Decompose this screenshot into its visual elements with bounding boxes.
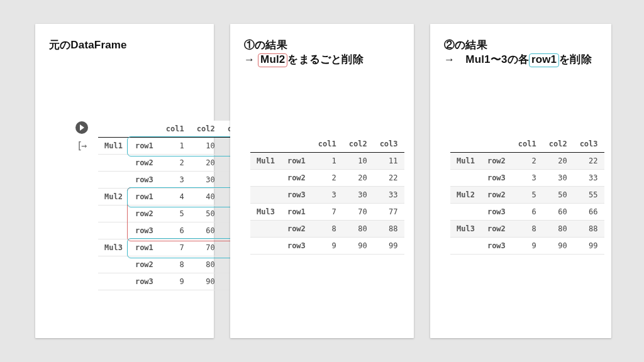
- cell: 20: [191, 155, 221, 172]
- table-row: Mul2row255055: [450, 187, 604, 204]
- row-label: row2: [129, 155, 160, 172]
- play-icon[interactable]: [75, 121, 88, 134]
- cell: 22: [574, 153, 604, 170]
- table-row: Mul1row111011: [250, 153, 404, 170]
- group-label: [250, 238, 281, 255]
- column-header: col3: [374, 136, 404, 153]
- dataframe-result-1: col1col2col3Mul1row111011row222022row333…: [250, 136, 404, 255]
- table-row: row222022: [98, 155, 252, 172]
- group-label: Mul1: [98, 138, 129, 155]
- row-label: row2: [281, 221, 312, 238]
- panel-title: 元のDataFrame: [35, 24, 214, 52]
- row-label: row3: [129, 222, 160, 239]
- panel-title: ①の結果 → Mul2をまるごと削除: [230, 24, 414, 67]
- table-result-2: col1col2col3Mul1row222022row333033Mul2ro…: [450, 136, 604, 255]
- cell: 80: [191, 256, 221, 273]
- cell: 60: [191, 222, 221, 239]
- column-header: col2: [343, 136, 374, 153]
- cell: 7: [312, 204, 343, 221]
- row-label: row1: [129, 138, 160, 155]
- table-row: row333033: [250, 187, 404, 204]
- cell: 88: [374, 221, 404, 238]
- export-icon[interactable]: [→: [75, 140, 93, 151]
- cell: 9: [160, 273, 191, 290]
- cell: 40: [191, 189, 221, 206]
- table-result-1: col1col2col3Mul1row111011row222022row333…: [250, 136, 404, 255]
- cell: 70: [191, 239, 221, 256]
- cell: 33: [574, 170, 604, 187]
- table-row: row333033: [450, 170, 604, 187]
- group-label: Mul2: [450, 187, 481, 204]
- row-label: row3: [129, 273, 160, 290]
- cell: 80: [343, 221, 374, 238]
- dataframe-original: col1col2col3Mul1row111011row222022row333…: [98, 121, 252, 290]
- table-row: row399099: [250, 238, 404, 255]
- cell: 8: [512, 221, 543, 238]
- table-row: Mul1row222022: [450, 153, 604, 170]
- table-row: Mul1row111011: [98, 138, 252, 155]
- row-label: row1: [129, 239, 160, 256]
- cell: 88: [574, 221, 604, 238]
- cell: 5: [512, 187, 543, 204]
- row-label: row3: [129, 172, 160, 189]
- cell: 10: [343, 153, 374, 170]
- table-row: row333033: [98, 172, 252, 189]
- cell: 80: [543, 221, 574, 238]
- panel-title-line2: → Mul1〜3の各row1を削除: [444, 52, 597, 67]
- table-row: Mul3row177077: [98, 239, 252, 256]
- group-label: Mul2: [98, 189, 129, 206]
- group-label: [250, 187, 281, 204]
- row-label: row3: [481, 204, 512, 221]
- cell: 5: [160, 206, 191, 222]
- group-label: [98, 155, 129, 172]
- cell: 1: [160, 138, 191, 155]
- row-label: row1: [281, 204, 312, 221]
- cell: 9: [512, 238, 543, 255]
- group-label: [250, 170, 281, 187]
- row-label: row2: [481, 187, 512, 204]
- group-label: Mul3: [250, 204, 281, 221]
- cell: 66: [574, 204, 604, 221]
- table-row: Mul3row177077: [250, 204, 404, 221]
- table-row: Mul2row144044: [98, 189, 252, 206]
- group-label: [250, 221, 281, 238]
- cell: 30: [543, 170, 574, 187]
- panel-result-1: ①の結果 → Mul2をまるごと削除 col1col2col3Mul1row11…: [230, 24, 414, 338]
- group-label: [98, 273, 129, 290]
- panel-title-line2: → Mul2をまるごと削除: [244, 52, 400, 67]
- cell: 90: [191, 273, 221, 290]
- panel-result-2: ②の結果 → Mul1〜3の各row1を削除 col1col2col3Mul1r…: [430, 24, 611, 338]
- row-label: row2: [481, 221, 512, 238]
- cell: 8: [312, 221, 343, 238]
- cell: 8: [160, 256, 191, 273]
- cell: 60: [543, 204, 574, 221]
- cell: 70: [343, 204, 374, 221]
- cell: 50: [543, 187, 574, 204]
- group-label: [98, 172, 129, 189]
- group-label: [98, 222, 129, 239]
- column-header: col3: [574, 136, 604, 153]
- group-label: Mul1: [450, 153, 481, 170]
- row-label: row2: [281, 170, 312, 187]
- row-label: row3: [281, 238, 312, 255]
- cell: 22: [374, 170, 404, 187]
- table-row: Mul3row288088: [450, 221, 604, 238]
- column-header: col1: [512, 136, 543, 153]
- cell: 90: [343, 238, 374, 255]
- group-label: Mul3: [98, 239, 129, 256]
- column-header: col2: [191, 121, 221, 138]
- row-label: row3: [281, 187, 312, 204]
- group-label: Mul1: [250, 153, 281, 170]
- row-label: row1: [281, 153, 312, 170]
- cell: 1: [312, 153, 343, 170]
- cell: 30: [191, 172, 221, 189]
- row-label: row2: [129, 256, 160, 273]
- table-row: row399099: [98, 273, 252, 290]
- table-row: row366066: [98, 222, 252, 239]
- panel-original: 元のDataFrame [→ col1col2col3Mul1row111011…: [35, 24, 214, 338]
- highlight-keyword-row1: row1: [529, 53, 559, 67]
- row-label: row2: [481, 153, 512, 170]
- panel-title-text: 元のDataFrame: [49, 39, 127, 51]
- group-label: [98, 256, 129, 273]
- cell: 2: [512, 153, 543, 170]
